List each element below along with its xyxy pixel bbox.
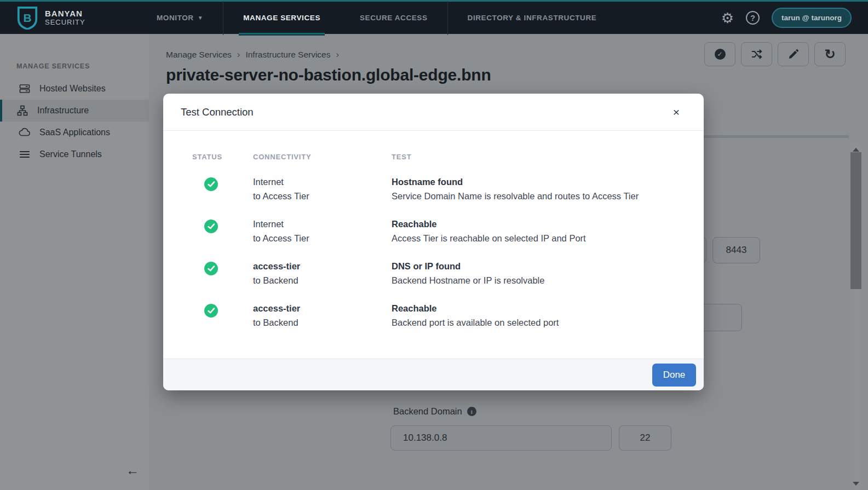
nav-item-label: SECURE ACCESS xyxy=(360,14,428,22)
app-root: B BANYAN SECURITY MONITOR ▼ MANAGE SERVI… xyxy=(0,0,868,490)
test-title: Reachable xyxy=(392,217,682,231)
nav-item-manage-services[interactable]: MANAGE SERVICES xyxy=(223,1,340,35)
test-result-row: Internet to Access Tier Reachable Access… xyxy=(192,217,682,245)
test-result-row: access-tier to Backend Reachable Backend… xyxy=(192,301,682,330)
nav-item-directory-infrastructure[interactable]: DIRECTORY & INFRASTRUCTURE xyxy=(448,1,617,35)
test-description: Service Domain Name is resolvable and ro… xyxy=(392,189,682,203)
nav-item-secure-access[interactable]: SECURE ACCESS xyxy=(340,1,447,35)
connectivity-to: to Backend xyxy=(253,273,392,287)
test-description: Backend Hostname or IP is resolvable xyxy=(392,273,682,287)
modal-title: Test Connection xyxy=(181,106,254,118)
settings-gear-icon[interactable]: ⚙ xyxy=(721,11,734,25)
column-header-test: TEST xyxy=(392,153,682,161)
connectivity-from: access-tier xyxy=(253,301,392,315)
connectivity-from: Internet xyxy=(253,217,392,231)
column-header-connectivity: CONNECTIVITY xyxy=(253,153,392,161)
connectivity-from: access-tier xyxy=(253,259,392,273)
test-title: DNS or IP found xyxy=(392,259,682,273)
connectivity-to: to Backend xyxy=(253,315,392,330)
test-results-table: STATUS CONNECTIVITY TEST Internet to Acc… xyxy=(163,131,704,359)
success-check-icon xyxy=(204,177,218,191)
test-connection-modal: Test Connection × STATUS CONNECTIVITY TE… xyxy=(163,94,704,390)
nav-item-label: MANAGE SERVICES xyxy=(243,14,320,22)
brand: B BANYAN SECURITY xyxy=(0,7,137,30)
test-description: Access Tier is reachable on selected IP … xyxy=(392,231,682,245)
chevron-down-icon: ▼ xyxy=(198,15,204,21)
success-check-icon xyxy=(204,304,218,318)
connectivity-to: to Access Tier xyxy=(253,189,392,203)
success-check-icon xyxy=(204,220,218,233)
close-icon[interactable]: × xyxy=(671,104,682,120)
test-title: Reachable xyxy=(392,301,682,315)
connectivity-from: Internet xyxy=(253,175,392,189)
brand-line2: SECURITY xyxy=(45,19,85,27)
nav-item-label: DIRECTORY & INFRASTRUCTURE xyxy=(468,14,597,22)
user-account-badge[interactable]: tarun @ tarunorg xyxy=(772,8,852,28)
nav-item-monitor[interactable]: MONITOR ▼ xyxy=(137,1,223,35)
brand-line1: BANYAN xyxy=(45,9,85,18)
banyan-shield-logo-icon: B xyxy=(16,7,38,30)
help-icon[interactable]: ? xyxy=(746,11,760,25)
column-header-status: STATUS xyxy=(192,153,253,161)
done-button[interactable]: Done xyxy=(652,364,696,387)
success-check-icon xyxy=(204,262,218,275)
top-navigation: B BANYAN SECURITY MONITOR ▼ MANAGE SERVI… xyxy=(0,0,868,34)
test-result-row: Internet to Access Tier Hostname found S… xyxy=(192,175,682,203)
primary-nav: MONITOR ▼ MANAGE SERVICES SECURE ACCESS … xyxy=(137,1,616,35)
nav-item-label: MONITOR xyxy=(157,14,194,22)
test-result-row: access-tier to Backend DNS or IP found B… xyxy=(192,259,682,287)
connectivity-to: to Access Tier xyxy=(253,231,392,245)
svg-text:B: B xyxy=(23,11,31,24)
test-title: Hostname found xyxy=(392,175,682,189)
test-description: Backend port is available on selected po… xyxy=(392,315,682,330)
